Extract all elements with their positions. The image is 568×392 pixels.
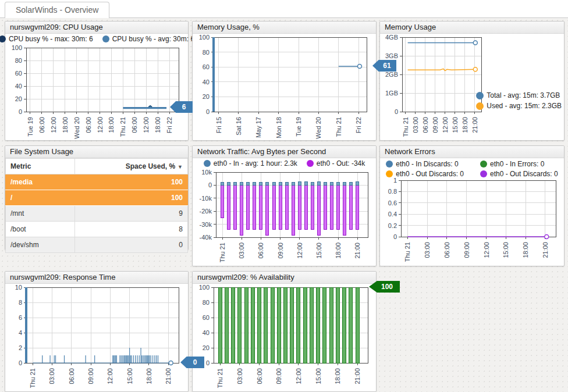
svg-text:Fri 22: Fri 22 xyxy=(355,117,362,133)
svg-text:Fri 15: Fri 15 xyxy=(215,117,222,133)
svg-text:12:00: 12:00 xyxy=(442,117,449,133)
fs-metric-cell: / xyxy=(6,190,75,206)
svg-text:06:00: 06:00 xyxy=(131,117,138,133)
legend-dot-used xyxy=(476,102,484,110)
sort-desc-icon: ▼ xyxy=(178,164,183,170)
svg-text:40: 40 xyxy=(203,329,210,336)
svg-text:18:00: 18:00 xyxy=(108,117,115,133)
svg-text:0: 0 xyxy=(395,108,398,115)
svg-text:12:00: 12:00 xyxy=(50,117,57,133)
panel-network-traffic: Network Traffic: Avg Bytes per Second et… xyxy=(192,145,377,266)
legend-label: eth0 - In Discards: 0 xyxy=(396,160,458,168)
svg-text:100: 100 xyxy=(199,284,210,291)
panel-title: Memory Usage xyxy=(380,22,564,34)
panel-network-errors: Network Errors eth0 - In Discards: 0 eth… xyxy=(379,145,565,266)
svg-text:10k: 10k xyxy=(201,169,212,176)
legend-label: Total - avg: 15m: 3.7GB xyxy=(487,91,560,99)
svg-text:80: 80 xyxy=(15,57,22,64)
table-row[interactable]: /mnt9 xyxy=(6,206,188,222)
svg-text:Wed 20: Wed 20 xyxy=(315,117,322,139)
svg-text:21:00: 21:00 xyxy=(354,368,361,384)
svg-text:06:00: 06:00 xyxy=(256,368,263,384)
fs-metric-cell: /boot xyxy=(6,222,75,237)
fs-value-cell: 8 xyxy=(74,222,187,237)
svg-text:10: 10 xyxy=(15,284,22,291)
dashboard-board: nurswgvml209: CPU Usage CPU busy % - max… xyxy=(0,18,568,392)
svg-text:1: 1 xyxy=(393,178,397,184)
svg-text:18:00: 18:00 xyxy=(62,117,69,133)
panel-availability: nurswgvml209: % Availability 02040608010… xyxy=(192,271,377,392)
svg-text:Thu 21: Thu 21 xyxy=(402,117,409,137)
svg-text:03:00: 03:00 xyxy=(424,242,431,258)
panel-response-time: nurswgvml209: Response Time 0246810Thu 2… xyxy=(5,271,189,392)
svg-text:15:00: 15:00 xyxy=(126,368,133,384)
table-row[interactable]: /media100 xyxy=(6,174,188,190)
panel-title: Memory Usage, % xyxy=(193,22,376,34)
svg-text:Tue 19: Tue 19 xyxy=(27,117,34,137)
legend-dot-in-errors xyxy=(480,161,487,168)
legend-label: eth0 - In Errors: 0 xyxy=(490,160,544,168)
svg-text:0: 0 xyxy=(208,181,212,188)
svg-text:18:00: 18:00 xyxy=(462,117,468,133)
legend-dot-eth0-out xyxy=(307,160,314,167)
svg-text:18:00: 18:00 xyxy=(335,243,342,259)
table-row[interactable]: /dev/shm0 xyxy=(6,237,188,253)
fs-metric-cell: /mnt xyxy=(6,206,75,222)
svg-text:40: 40 xyxy=(15,83,22,90)
legend-label: eth0 - Out Discards: 0 xyxy=(490,170,558,178)
table-row[interactable]: /100 xyxy=(6,190,188,206)
svg-text:21:00: 21:00 xyxy=(165,368,172,384)
svg-text:12:00: 12:00 xyxy=(295,368,302,384)
svg-text:18:00: 18:00 xyxy=(145,368,152,384)
svg-text:03:00: 03:00 xyxy=(238,243,245,259)
svg-text:0: 0 xyxy=(393,233,397,240)
svg-text:21:00: 21:00 xyxy=(471,117,478,133)
legend-dot-eth0-in xyxy=(204,160,211,167)
legend-dot-in-discards xyxy=(386,161,393,168)
svg-text:06:00: 06:00 xyxy=(68,368,75,384)
svg-text:0: 0 xyxy=(19,108,22,115)
column-header-space-used[interactable]: Space Used, %▼ xyxy=(74,159,187,174)
svg-text:0.8: 0.8 xyxy=(388,188,397,195)
svg-text:18:00: 18:00 xyxy=(154,117,161,133)
svg-text:2: 2 xyxy=(19,344,22,351)
table-row[interactable]: /boot8 xyxy=(6,222,188,237)
svg-text:12:00: 12:00 xyxy=(106,368,113,384)
svg-text:4GB: 4GB xyxy=(385,34,398,41)
svg-text:0: 0 xyxy=(19,359,22,366)
legend-dot-out-discards-2 xyxy=(480,170,487,177)
svg-text:15:00: 15:00 xyxy=(315,368,322,384)
panel-title: nurswgvml209: Response Time xyxy=(5,272,188,284)
svg-text:80: 80 xyxy=(203,49,210,56)
column-header-metric: Metric xyxy=(6,159,75,174)
panel-title: Network Errors xyxy=(380,146,564,158)
panel-file-system-usage: File System Usage Metric Space Used, %▼ … xyxy=(5,145,189,250)
network-traffic-chart: 10k0-10k-20k-30k-40kThu 2103:0006:0009:0… xyxy=(193,169,375,265)
fs-table-body: /media100/100/mnt9/boot8/dev/shm0 xyxy=(6,174,188,253)
legend-label: CPU busy % - avg: 30m: 6 xyxy=(112,35,194,43)
svg-text:3GB: 3GB xyxy=(385,52,398,59)
svg-text:60: 60 xyxy=(203,314,210,321)
file-system-table: Metric Space Used, %▼ /media100/100/mnt9… xyxy=(5,158,188,253)
legend-dot-total xyxy=(476,92,484,99)
legend-label: eth0 - Out: -34k xyxy=(317,159,365,168)
svg-text:Wed 20: Wed 20 xyxy=(73,117,80,139)
svg-text:03:00: 03:00 xyxy=(236,368,243,384)
svg-text:03:00: 03:00 xyxy=(412,117,419,133)
svg-text:80: 80 xyxy=(203,299,210,306)
svg-text:09:00: 09:00 xyxy=(87,368,94,384)
panel-title: File System Usage xyxy=(5,146,188,158)
panel-title: nurswgvml209: CPU Usage xyxy=(5,22,188,34)
svg-text:09:00: 09:00 xyxy=(432,117,439,133)
cpu-legend: CPU busy % - max: 30m: 6 CPU busy % - av… xyxy=(5,34,188,44)
tab-solarwinds-overview[interactable]: SolarWinds - Overview xyxy=(5,2,109,18)
svg-text:06:00: 06:00 xyxy=(443,242,450,258)
errors-legend: eth0 - In Discards: 0 eth0 - In Errors: … xyxy=(380,158,564,178)
svg-text:12:00: 12:00 xyxy=(296,243,303,259)
network-errors-chart: 00.20.40.60.81Thu 2103:0006:0009:0012:00… xyxy=(380,178,563,265)
table-header-row: Metric Space Used, %▼ xyxy=(6,159,188,174)
svg-text:60: 60 xyxy=(15,70,22,77)
response-time-chart: 0246810Thu 2103:0006:0009:0012:0015:0018… xyxy=(5,284,187,391)
svg-text:15:00: 15:00 xyxy=(502,242,509,258)
svg-text:Thu 21: Thu 21 xyxy=(335,117,342,137)
